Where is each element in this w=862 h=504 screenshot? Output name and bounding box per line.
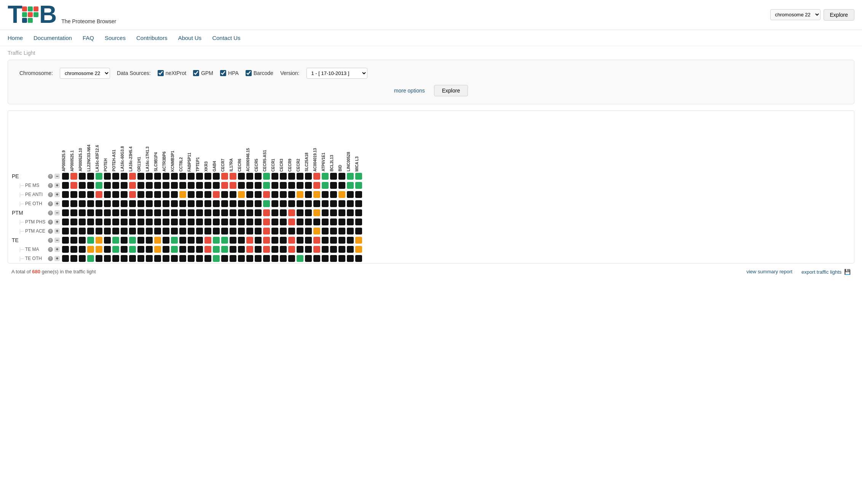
nav-item-home[interactable]: Home	[8, 35, 23, 41]
cell	[237, 254, 246, 263]
cell	[287, 190, 296, 199]
cell	[204, 199, 212, 208]
checkbox-hpa-input[interactable]	[220, 70, 226, 76]
cell	[120, 236, 128, 245]
footer-row: A total of 680 gene(s) in the traffic li…	[8, 263, 854, 275]
cell	[195, 245, 204, 254]
cell	[338, 226, 346, 236]
nav-item-contact-us[interactable]: Contact Us	[212, 35, 240, 41]
total-text: A total of 680 gene(s) in the traffic li…	[11, 269, 96, 274]
explore-button-header[interactable]: Explore	[824, 9, 854, 21]
help-icon[interactable]: ?	[48, 256, 53, 261]
column-header: AC006946.15	[246, 111, 254, 172]
cell	[137, 181, 145, 190]
logo-b: B	[39, 4, 56, 26]
checkbox-gpm: GPM	[193, 70, 213, 76]
cell	[103, 181, 112, 190]
chromosome-select-main[interactable]: chromosome 22	[60, 68, 110, 79]
version-select[interactable]: 1 - [ 17-10-2013 ]	[306, 68, 367, 79]
cell	[112, 236, 120, 245]
plus-icon[interactable]: +	[54, 192, 60, 197]
cell	[338, 199, 346, 208]
cell	[170, 208, 179, 217]
plus-icon[interactable]: +	[54, 219, 60, 225]
cell	[120, 217, 128, 226]
nav-item-contributors[interactable]: Contributors	[136, 35, 168, 41]
cell	[304, 254, 313, 263]
chromosome-select-header[interactable]: chromosome 22 chromosome 1	[770, 9, 820, 20]
cell	[296, 226, 304, 236]
cell	[279, 245, 287, 254]
cell	[254, 172, 262, 181]
cell	[338, 190, 346, 199]
nav-item-sources[interactable]: Sources	[105, 35, 126, 41]
column-header: OR11H1	[137, 111, 145, 172]
cell	[204, 208, 212, 217]
plus-icon[interactable]: +	[54, 256, 60, 261]
nav-item-about-us[interactable]: About Us	[178, 35, 202, 41]
cell	[112, 172, 120, 181]
checkbox-gpm-input[interactable]	[193, 70, 199, 76]
minus-icon[interactable]: −	[54, 238, 60, 243]
help-icon[interactable]: ?	[48, 247, 53, 252]
cell	[61, 226, 70, 236]
cell	[338, 172, 346, 181]
cell	[187, 245, 195, 254]
cell	[262, 245, 271, 254]
cell	[70, 199, 78, 208]
nav-item-documentation[interactable]: Documentation	[34, 35, 72, 41]
cell	[321, 199, 329, 208]
logo-grid-cell	[22, 12, 27, 17]
cell	[204, 226, 212, 236]
cell	[220, 226, 229, 236]
cell	[86, 217, 95, 226]
cell	[220, 217, 229, 226]
cell	[329, 181, 338, 190]
cell	[271, 199, 279, 208]
cell	[195, 226, 204, 236]
export-link[interactable]: export traffic lights 💾	[801, 269, 851, 275]
more-options-link[interactable]: more options	[394, 88, 425, 94]
cell	[103, 236, 112, 245]
cell	[153, 254, 162, 263]
help-icon[interactable]: ?	[48, 192, 53, 197]
cell	[287, 245, 296, 254]
table-row: ├─ PTM ACE?+	[8, 226, 363, 236]
checkbox-barcode-input[interactable]	[246, 70, 252, 76]
view-summary-link[interactable]: view summary report	[746, 269, 792, 275]
column-header: CECR7	[220, 111, 229, 172]
plus-icon[interactable]: +	[54, 183, 60, 188]
help-icon[interactable]: ?	[48, 229, 53, 234]
cell	[321, 226, 329, 236]
logo-grid-cell	[22, 6, 27, 11]
column-header: SLC25A18	[304, 111, 313, 172]
cell	[95, 190, 103, 199]
nav-item-faq[interactable]: FAQ	[83, 35, 94, 41]
cell	[153, 245, 162, 254]
plus-icon[interactable]: +	[54, 228, 60, 234]
checkbox-nextprot-input[interactable]	[158, 70, 164, 76]
plus-icon[interactable]: +	[54, 247, 60, 252]
minus-icon[interactable]: −	[54, 210, 60, 215]
cell	[153, 199, 162, 208]
help-icon[interactable]: ?	[48, 174, 53, 179]
help-icon[interactable]: ?	[48, 183, 53, 188]
cell	[120, 181, 128, 190]
cell	[296, 172, 304, 181]
help-icon[interactable]: ?	[48, 201, 53, 206]
table-row: TE?−	[8, 236, 363, 245]
chromosome-label: Chromosome:	[19, 70, 53, 76]
cell	[321, 217, 329, 226]
help-icon[interactable]: ?	[48, 220, 53, 225]
help-icon[interactable]: ?	[48, 238, 53, 243]
explore-button-main[interactable]: Explore	[434, 85, 468, 96]
cell	[112, 254, 120, 263]
cell	[212, 208, 220, 217]
plus-icon[interactable]: +	[54, 201, 60, 206]
main-nav: HomeDocumentationFAQSourcesContributorsA…	[0, 30, 862, 46]
cell	[229, 181, 237, 190]
cell	[271, 226, 279, 236]
help-icon[interactable]: ?	[48, 211, 53, 215]
cell	[237, 217, 246, 226]
minus-icon[interactable]: −	[54, 174, 60, 179]
